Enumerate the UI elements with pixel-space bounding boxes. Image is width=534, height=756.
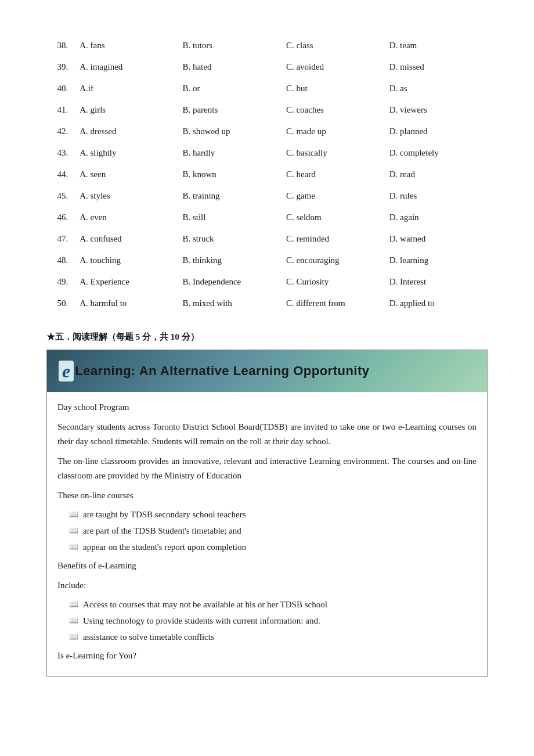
option-a: A. Experience (75, 271, 178, 293)
option-a: A. confused (75, 228, 178, 250)
question-num: 48. (46, 250, 75, 271)
question-num: 42. (46, 121, 75, 142)
bullet-list-2: 📖Access to courses that may not be avail… (69, 597, 477, 644)
bullet-list-1: 📖are taught by TDSB secondary school tea… (69, 507, 477, 554)
option-b: B. known (178, 164, 282, 185)
section-title: ★五．阅读理解（每题 5 分，共 10 分） (46, 332, 488, 343)
option-b: B. parents (178, 99, 282, 121)
option-b: B. thinking (178, 250, 282, 271)
option-a: A. imagined (75, 56, 178, 78)
option-c: C. avoided (282, 56, 385, 78)
list-item: 📖Using technology to provide students wi… (69, 614, 477, 628)
option-c: C. class (282, 35, 385, 56)
option-c: C. different from (282, 293, 385, 314)
table-row: 50. A. harmful to B. mixed with C. diffe… (46, 293, 488, 314)
option-c: C. basically (282, 142, 385, 164)
table-row: 40. A.if B. or C. but D. as (46, 78, 488, 99)
table-row: 39. A. imagined B. hated C. avoided D. m… (46, 56, 488, 78)
book-icon: 📖 (69, 631, 78, 643)
article-header: e Learning: An Alternative Learning Oppo… (47, 350, 487, 392)
option-c: C. Curiosity (282, 271, 385, 293)
para-secondary: Secondary students across Toronto Distri… (57, 420, 477, 449)
option-d: D. applied to (385, 293, 488, 314)
para-closing: Is e-Learning for You? (57, 649, 477, 664)
question-num: 39. (46, 56, 75, 78)
book-icon: 📖 (69, 509, 78, 521)
option-b: B. or (178, 78, 282, 99)
option-c: C. reminded (282, 228, 385, 250)
option-c: C. encouraging (282, 250, 385, 271)
option-d: D. Interest (385, 271, 488, 293)
question-num: 45. (46, 185, 75, 207)
option-d: D. planned (385, 121, 488, 142)
option-a: A. even (75, 207, 178, 228)
article-body: Day school Program Secondary students ac… (47, 392, 487, 676)
list-item: 📖Access to courses that may not be avail… (69, 597, 477, 611)
option-a: A. dressed (75, 121, 178, 142)
table-row: 42. A. dressed B. showed up C. made up D… (46, 121, 488, 142)
option-a: A. girls (75, 99, 178, 121)
option-b: B. still (178, 207, 282, 228)
option-d: D. rules (385, 185, 488, 207)
section-title-text: ★五．阅读理解（每题 5 分，共 10 分） (46, 332, 199, 343)
table-row: 47. A. confused B. struck C. reminded D.… (46, 228, 488, 250)
option-c: C. made up (282, 121, 385, 142)
table-row: 38. A. fans B. tutors C. class D. team (46, 35, 488, 56)
question-num: 38. (46, 35, 75, 56)
option-d: D. again (385, 207, 488, 228)
question-num: 46. (46, 207, 75, 228)
question-num: 43. (46, 142, 75, 164)
table-row: 44. A. seen B. known C. heard D. read (46, 164, 488, 185)
table-row: 41. A. girls B. parents C. coaches D. vi… (46, 99, 488, 121)
question-num: 41. (46, 99, 75, 121)
option-b: B. hated (178, 56, 282, 78)
option-d: D. read (385, 164, 488, 185)
option-d: D. missed (385, 56, 488, 78)
table-row: 45. A. styles B. training C. game D. rul… (46, 185, 488, 207)
option-d: D. learning (385, 250, 488, 271)
article-title: Learning: An Alternative Learning Opport… (75, 363, 369, 379)
para-benefits: Benefits of e-Learning (57, 559, 477, 574)
option-c: C. heard (282, 164, 385, 185)
para-day-school: Day school Program (57, 400, 477, 415)
option-d: D. as (385, 78, 488, 99)
list-item: 📖assistance to solve timetable conflicts (69, 630, 477, 644)
option-b: B. struck (178, 228, 282, 250)
book-icon: 📖 (69, 525, 78, 537)
option-b: B. showed up (178, 121, 282, 142)
table-row: 43. A. slightly B. hardly C. basically D… (46, 142, 488, 164)
option-c: C. seldom (282, 207, 385, 228)
option-b: B. tutors (178, 35, 282, 56)
question-num: 50. (46, 293, 75, 314)
book-icon: 📖 (69, 541, 78, 553)
question-num: 49. (46, 271, 75, 293)
option-c: C. but (282, 78, 385, 99)
option-d: D. warned (385, 228, 488, 250)
option-a: A. fans (75, 35, 178, 56)
option-b: B. mixed with (178, 293, 282, 314)
list-item: 📖are taught by TDSB secondary school tea… (69, 507, 477, 521)
table-row: 46. A. even B. still C. seldom D. again (46, 207, 488, 228)
option-b: B. training (178, 185, 282, 207)
book-icon: 📖 (69, 599, 78, 611)
option-a: A. seen (75, 164, 178, 185)
option-a: A. slightly (75, 142, 178, 164)
option-d: D. team (385, 35, 488, 56)
para-include: Include: (57, 578, 477, 593)
article-box: e Learning: An Alternative Learning Oppo… (46, 350, 488, 677)
option-c: C. game (282, 185, 385, 207)
e-learning-icon: e (59, 361, 74, 381)
option-b: B. hardly (178, 142, 282, 164)
option-a: A. touching (75, 250, 178, 271)
book-icon: 📖 (69, 615, 78, 627)
table-row: 49. A. Experience B. Independence C. Cur… (46, 271, 488, 293)
questions-table: 38. A. fans B. tutors C. class D. team 3… (46, 35, 488, 314)
option-c: C. coaches (282, 99, 385, 121)
option-b: B. Independence (178, 271, 282, 293)
option-d: D. completely (385, 142, 488, 164)
question-num: 47. (46, 228, 75, 250)
option-a: A. harmful to (75, 293, 178, 314)
question-num: 44. (46, 164, 75, 185)
list-item: 📖appear on the student's report upon com… (69, 540, 477, 554)
para-online: The on-line classroom provides an innova… (57, 454, 477, 484)
